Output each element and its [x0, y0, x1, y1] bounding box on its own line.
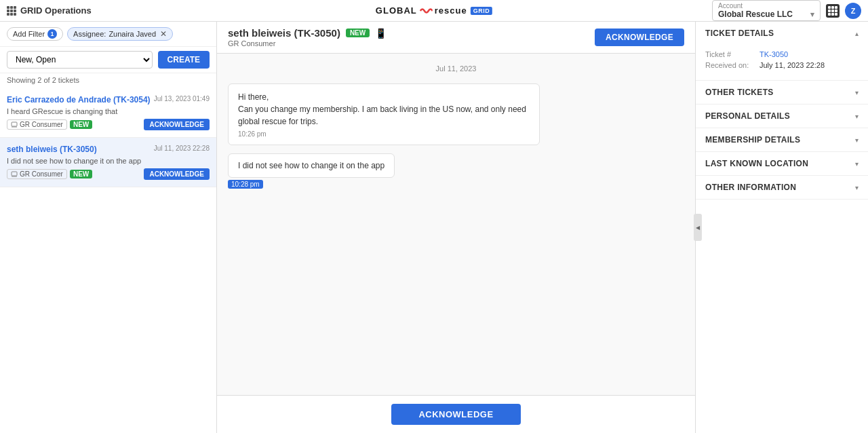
account-selector[interactable]: Account Global Rescue LLC ▾: [712, 0, 821, 21]
ticket-details-section: TICKET DETAILS ▴ Ticket # TK-3050 Receiv…: [696, 22, 868, 81]
other-tickets-chevron-icon: ▾: [855, 89, 859, 96]
tag-consumer: GR Consumer: [7, 119, 67, 130]
main-layout: Add Filter 1 Assignee: Zunaira Javed ✕ N…: [0, 22, 868, 433]
right-panel: TICKET DETAILS ▴ Ticket # TK-3050 Receiv…: [695, 22, 868, 433]
collapse-icon: ◀: [696, 225, 700, 231]
svg-rect-1: [10, 6, 13, 9]
assignee-filter-tag[interactable]: Assignee: Zunaira Javed ✕: [67, 27, 173, 41]
svg-rect-3: [7, 10, 9, 12]
consumer-label: GR Consumer: [20, 170, 63, 178]
filter-count: 1: [47, 29, 57, 39]
acknowledge-footer-button[interactable]: ACKNOWLEDGE: [391, 404, 520, 425]
acknowledge-button[interactable]: ACKNOWLEDGE: [144, 168, 210, 180]
received-value: July 11, 2023 22:28: [760, 61, 825, 69]
add-filter-button[interactable]: Add Filter 1: [7, 27, 63, 41]
chat-area: seth bleiweis (TK-3050) NEW 📱 GR Consume…: [217, 22, 695, 433]
chat-status-badge: NEW: [346, 29, 370, 37]
chat-subtitle: GR Consumer: [228, 39, 387, 48]
message-2-container: I did not see how to change it on the ap…: [228, 153, 684, 189]
assignee-tag-value: Zunaira Javed: [108, 30, 156, 38]
account-chevron-icon: ▾: [810, 10, 814, 19]
ticket-footer: GR Consumer NEW ACKNOWLEDGE: [7, 119, 210, 130]
received-label: Received on:: [705, 61, 760, 69]
ticket-item-header: seth bleiweis (TK-3050) Jul 11, 2023 22:…: [7, 145, 210, 154]
avatar[interactable]: Z: [845, 3, 861, 19]
top-header: GRID Operations GLOBAL rescue GRID Accou…: [0, 0, 868, 22]
consumer-icon: [11, 171, 18, 178]
personal-details-title: PERSONAL DETAILS: [705, 111, 790, 121]
assignee-filter-close-icon[interactable]: ✕: [160, 29, 167, 39]
ticket-details-body: Ticket # TK-3050 Received on: July 11, 2…: [696, 45, 868, 80]
ticket-tags: GR Consumer NEW: [7, 169, 92, 179]
svg-rect-9: [12, 122, 17, 126]
mobile-icon: 📱: [375, 28, 387, 39]
message-time-highlighted: 10:28 pm: [228, 180, 263, 189]
header-right: Account Global Rescue LLC ▾ Z: [712, 0, 861, 21]
message-bubble: Hi there,Can you change my membership. I…: [228, 83, 540, 145]
ticket-preview: I did not see how to change it on the ap…: [7, 157, 210, 165]
logo-global: GLOBAL: [376, 5, 417, 16]
other-information-section: OTHER INFORMATION ▾: [696, 176, 868, 200]
chat-ticket-title: seth bleiweis (TK-3050): [228, 27, 340, 39]
membership-details-header[interactable]: MEMBERSHIP DETAILS ▾: [696, 128, 868, 151]
message-time: 10:26 pm: [238, 130, 530, 138]
ticket-num-value: TK-3050: [760, 50, 788, 58]
chat-header-left: seth bleiweis (TK-3050) NEW 📱 GR Consume…: [228, 27, 387, 48]
logo-rescue: rescue: [435, 5, 467, 16]
ticket-details-title: TICKET DETAILS: [705, 29, 774, 38]
last-known-location-section: LAST KNOWN LOCATION ▾: [696, 152, 868, 176]
sidebar-status-row: New, Open CREATE: [0, 47, 216, 73]
svg-rect-5: [14, 10, 16, 12]
ticket-footer: GR Consumer NEW ACKNOWLEDGE: [7, 168, 210, 180]
svg-rect-0: [7, 6, 9, 9]
message-text: Hi there,Can you change my membership. I…: [238, 91, 530, 128]
membership-details-chevron-icon: ▾: [855, 136, 859, 144]
ticket-details-header[interactable]: TICKET DETAILS ▴: [696, 22, 868, 45]
app-title-area: GRID Operations: [7, 5, 92, 16]
logo-tilde-icon: [419, 6, 433, 16]
ticket-details-chevron-icon: ▴: [855, 30, 859, 37]
other-information-chevron-icon: ▾: [855, 184, 859, 191]
account-label: Account: [718, 2, 814, 10]
ticket-item-header: Eric Carrazedo de Andrade (TK-3054) Jul …: [7, 95, 210, 105]
collapse-panel-handle[interactable]: ◀: [694, 214, 702, 241]
svg-rect-2: [14, 6, 16, 9]
tag-consumer: GR Consumer: [7, 169, 67, 179]
consumer-icon: [11, 121, 18, 128]
chat-title: seth bleiweis (TK-3050) NEW 📱: [228, 27, 387, 39]
apps-menu-button[interactable]: [826, 4, 840, 18]
ticket-item[interactable]: Eric Carrazedo de Andrade (TK-3054) Jul …: [0, 88, 216, 138]
ticket-name: seth bleiweis (TK-3050): [7, 145, 97, 154]
svg-rect-11: [12, 172, 17, 176]
other-tickets-header[interactable]: OTHER TICKETS ▾: [696, 81, 868, 104]
ticket-status-badge: NEW: [70, 170, 92, 178]
ticket-status-badge: NEW: [70, 120, 92, 129]
chat-header: seth bleiweis (TK-3050) NEW 📱 GR Consume…: [217, 22, 695, 54]
acknowledge-button[interactable]: ACKNOWLEDGE: [144, 119, 210, 130]
svg-rect-7: [10, 13, 13, 16]
other-information-header[interactable]: OTHER INFORMATION ▾: [696, 176, 868, 199]
other-tickets-title: OTHER TICKETS: [705, 88, 774, 97]
app-title: GRID Operations: [20, 5, 92, 16]
logo-area: GLOBAL rescue GRID: [376, 5, 492, 16]
message-text: I did not see how to change it on the ap…: [238, 159, 384, 172]
filters-bar: Add Filter 1 Assignee: Zunaira Javed ✕: [0, 22, 216, 47]
acknowledge-header-button[interactable]: ACKNOWLEDGE: [595, 29, 684, 46]
svg-rect-8: [14, 13, 16, 16]
create-button[interactable]: CREATE: [158, 51, 210, 69]
date-divider: Jul 11, 2023: [228, 64, 684, 73]
personal-details-header[interactable]: PERSONAL DETAILS ▾: [696, 105, 868, 128]
sidebar: Add Filter 1 Assignee: Zunaira Javed ✕ N…: [0, 22, 217, 433]
last-known-location-header[interactable]: LAST KNOWN LOCATION ▾: [696, 152, 868, 175]
membership-details-title: MEMBERSHIP DETAILS: [705, 135, 800, 145]
chat-footer: ACKNOWLEDGE: [217, 395, 695, 433]
membership-details-section: MEMBERSHIP DETAILS ▾: [696, 128, 868, 152]
ticket-date: Jul 13, 2023 01:49: [154, 95, 210, 102]
ticket-num-label: Ticket #: [705, 50, 760, 58]
showing-text: Showing 2 of 2 tickets: [0, 73, 216, 88]
other-information-title: OTHER INFORMATION: [705, 183, 796, 192]
received-row: Received on: July 11, 2023 22:28: [705, 61, 859, 69]
grid-app-icon: [7, 6, 16, 16]
status-select[interactable]: New, Open: [7, 51, 153, 69]
ticket-item[interactable]: seth bleiweis (TK-3050) Jul 11, 2023 22:…: [0, 138, 216, 187]
